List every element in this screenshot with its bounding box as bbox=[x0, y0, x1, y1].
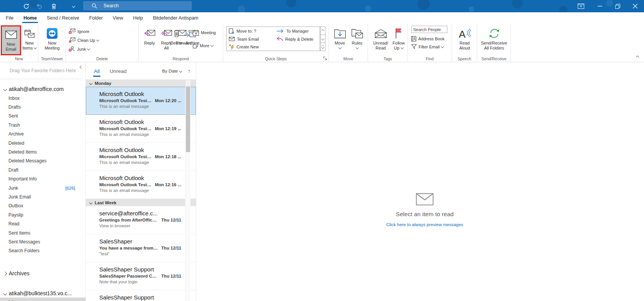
account-archives[interactable]: Archives bbox=[0, 269, 85, 278]
group-label-new: New bbox=[0, 56, 38, 61]
collapse-ribbon-button[interactable] bbox=[635, 55, 640, 60]
email-item[interactable]: SalesShaper SupportSalesShaper Password … bbox=[86, 262, 196, 290]
message-list-scrollbar[interactable] bbox=[185, 87, 191, 301]
minimize-icon[interactable] bbox=[592, 0, 608, 12]
folder-sent-messages[interactable]: Sent Messages bbox=[0, 237, 85, 246]
folder-inbox[interactable]: Inbox bbox=[0, 298, 85, 301]
folder-important-info[interactable]: Important Info bbox=[0, 175, 85, 184]
folder-outbox[interactable]: Outbox bbox=[0, 202, 85, 210]
reading-pane: Select an item to read Click here to alw… bbox=[196, 63, 644, 301]
search-input[interactable] bbox=[103, 3, 181, 9]
unread-read-button[interactable]: Unread/ Read bbox=[372, 25, 389, 55]
collapse-account2-icon[interactable] bbox=[3, 291, 7, 295]
email-item[interactable]: Microsoft OutlookMicrosoft Outlook Test … bbox=[86, 171, 196, 199]
folder-junk-email[interactable]: Junk Email bbox=[0, 192, 85, 201]
send-receive-icon[interactable] bbox=[21, 0, 31, 12]
menu-tab-send-receive[interactable]: Send / Receive bbox=[42, 12, 84, 24]
collapse-account-icon[interactable] bbox=[3, 87, 7, 91]
restore-icon[interactable] bbox=[610, 0, 626, 12]
folder-drafts[interactable]: Drafts bbox=[0, 103, 85, 111]
folder-search-folders[interactable]: Search Folders bbox=[0, 246, 85, 255]
folder-trash[interactable]: Trash bbox=[0, 121, 85, 129]
filter-email-button[interactable]: Filter Email bbox=[411, 43, 444, 51]
search-people-input[interactable] bbox=[411, 26, 447, 33]
menu-tab-help[interactable]: Help bbox=[128, 12, 148, 24]
email-item[interactable]: service@afteroffice.c...Greetings from A… bbox=[86, 206, 196, 234]
email-item[interactable]: SalesShaper Support bbox=[86, 290, 196, 301]
expand-archives-icon[interactable] bbox=[3, 271, 7, 275]
menu-tab-folder[interactable]: Folder bbox=[84, 12, 108, 24]
folder-payslip[interactable]: Payslip bbox=[0, 210, 85, 219]
menu-tab-home[interactable]: Home bbox=[18, 12, 42, 24]
quick-step-reply-delete[interactable]: Reply & Delete bbox=[274, 35, 319, 43]
new-meeting-button[interactable]: New Meeting bbox=[42, 25, 62, 55]
junk-button[interactable]: Junk bbox=[69, 45, 90, 53]
folder-draft[interactable]: Draft bbox=[0, 165, 85, 174]
forward-button[interactable]: Forward bbox=[175, 25, 193, 55]
folder-deleted[interactable]: Deleted bbox=[0, 139, 85, 147]
customize-quick-access-icon[interactable] bbox=[68, 0, 79, 12]
to-manager-icon bbox=[276, 29, 284, 33]
global-search-box[interactable] bbox=[83, 1, 192, 10]
account-afteroffice[interactable]: atikah@afteroffice.com bbox=[0, 84, 85, 94]
follow-up-button[interactable]: Follow Up bbox=[390, 25, 407, 55]
tab-all[interactable]: All bbox=[93, 63, 100, 79]
ribbon-display-options-icon[interactable] bbox=[573, 0, 589, 12]
search-icon bbox=[92, 3, 97, 9]
close-icon[interactable] bbox=[627, 0, 643, 12]
new-items-button[interactable]: New Items bbox=[22, 25, 37, 55]
gallery-more-button[interactable] bbox=[320, 43, 325, 51]
clean-up-button[interactable]: Clean Up bbox=[69, 36, 99, 44]
new-email-button[interactable]: New Email bbox=[2, 26, 20, 54]
gallery-up-button[interactable] bbox=[320, 26, 325, 35]
delete-icon[interactable] bbox=[48, 0, 59, 12]
always-preview-link[interactable]: Click here to always preview messages bbox=[205, 222, 644, 227]
send-receive-all-button[interactable]: Send/Receive All Folders bbox=[480, 25, 509, 55]
folder-read[interactable]: Read bbox=[0, 219, 85, 228]
quick-step-team-email[interactable]: Team Email bbox=[227, 35, 274, 43]
section-header-monday[interactable]: Monday bbox=[86, 79, 196, 87]
folder-junk[interactable]: Junk[626] bbox=[0, 184, 85, 192]
address-book-label: Address Book bbox=[418, 36, 444, 41]
menu-tab-view[interactable]: View bbox=[108, 12, 128, 24]
undo-icon[interactable] bbox=[34, 0, 44, 12]
gallery-down-button[interactable] bbox=[320, 35, 325, 43]
address-book-button[interactable]: Address Book bbox=[411, 35, 444, 43]
sort-direction-icon[interactable]: ↑ bbox=[188, 68, 191, 74]
forward-icon bbox=[178, 26, 190, 40]
tab-unread[interactable]: Unread bbox=[109, 63, 127, 79]
more-respond-button[interactable]: More bbox=[193, 41, 213, 50]
menu-tab-bitdefender-antispam[interactable]: Bitdefender Antispam bbox=[148, 12, 204, 24]
group-label-quick-steps: Quick Steps bbox=[223, 56, 329, 61]
ignore-button[interactable]: Ignore bbox=[69, 27, 89, 35]
scrollbar-thumb[interactable] bbox=[186, 87, 190, 152]
quick-step-move-to[interactable]: Move to: ? bbox=[227, 27, 274, 35]
move-button[interactable]: Move bbox=[332, 25, 348, 55]
folder-deleted-messages[interactable]: Deleted Messages bbox=[0, 157, 85, 165]
ribbon-group-delete: Ignore Clean Up Junk Delete bbox=[66, 24, 139, 62]
quick-step-to-manager[interactable]: To Manager bbox=[274, 27, 319, 35]
group-label-find: Find bbox=[408, 56, 452, 61]
folder-inbox[interactable]: Inbox bbox=[0, 94, 85, 103]
sort-chevron-icon bbox=[179, 69, 182, 73]
folder-sent[interactable]: Sent bbox=[0, 112, 85, 121]
ribbon-group-send-receive: Send/Receive All Folders Send/Receive bbox=[477, 24, 511, 62]
reply-button[interactable]: Reply bbox=[141, 25, 158, 55]
folder-sent-items[interactable]: Sent Items bbox=[0, 228, 85, 237]
email-item[interactable]: Microsoft OutlookMicrosoft Outlook Test … bbox=[86, 143, 196, 171]
sort-by-button[interactable]: By Date bbox=[162, 69, 182, 73]
folder-archive[interactable]: Archive bbox=[0, 130, 85, 139]
email-item[interactable]: Microsoft OutlookMicrosoft Outlook Test … bbox=[86, 115, 196, 143]
email-item[interactable]: Microsoft OutlookMicrosoft Outlook Test … bbox=[86, 87, 196, 115]
account-bulktest[interactable]: atikah@bulktest135.vo.c... bbox=[0, 289, 85, 298]
menu-tab-file[interactable]: File bbox=[1, 12, 18, 24]
quick-step-create-new[interactable]: Create New bbox=[227, 43, 274, 51]
section-header-last-week[interactable]: Last Week bbox=[86, 199, 196, 206]
reply-all-button[interactable]: Reply All bbox=[158, 25, 174, 55]
folder-deleted-items[interactable]: Deleted Items bbox=[0, 147, 85, 156]
meeting-button[interactable]: Meeting bbox=[193, 28, 216, 36]
rules-button[interactable]: Rules bbox=[349, 25, 365, 55]
move-folder-icon bbox=[334, 26, 346, 40]
read-aloud-button[interactable]: A Read Aloud bbox=[455, 25, 474, 55]
email-item[interactable]: SalesShaperYou have a message from F...T… bbox=[86, 234, 196, 262]
